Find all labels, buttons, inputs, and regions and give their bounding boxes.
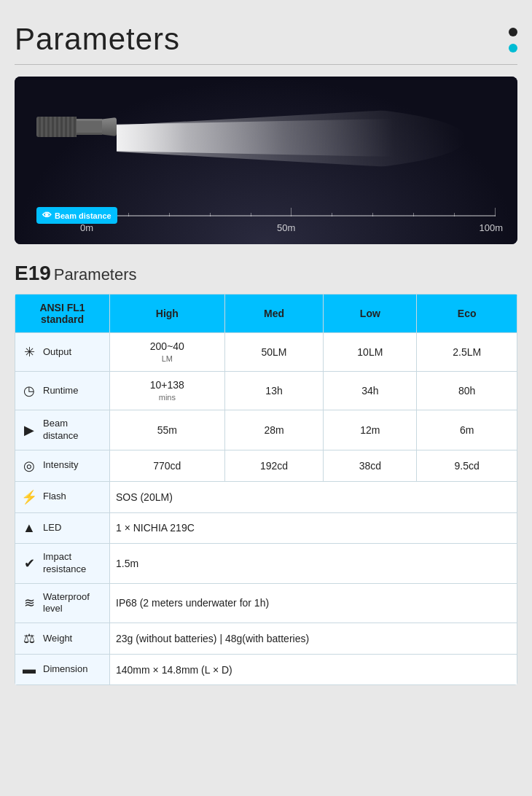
row-icon-runtime: ◷: [21, 383, 37, 399]
row-low-intensity: 38cd: [324, 450, 417, 481]
row-icon-output: ✳: [21, 344, 37, 360]
row-label-text: Flash: [43, 491, 66, 503]
scale-label-50m: 50m: [277, 222, 295, 233]
row-label-text: LED: [43, 522, 61, 534]
table-row: ▲ LED 1 × NICHIA 219C: [15, 512, 517, 543]
beam-background: 0m 50m 100m 👁 Beam distance: [15, 77, 517, 244]
row-low-output: 10LM: [324, 333, 417, 372]
scale-label-0m: 0m: [80, 222, 93, 233]
parameters-table: ANSI FL1 standard High Med Low Eco ✳ Out…: [15, 294, 517, 685]
row-icon-waterproof-level: ≋: [21, 595, 37, 611]
row-high-intensity: 770cd: [110, 450, 225, 481]
row-med-intensity: 192cd: [224, 450, 324, 481]
row-high-output: 200~40LM: [110, 333, 225, 372]
row-value-waterproof-level: IP68 (2 meters underwater for 1h): [110, 583, 517, 623]
beam-visualization: 0m 50m 100m 👁 Beam distance: [15, 77, 517, 244]
beam-light-inner: [117, 119, 394, 157]
row-label-text: Weight: [43, 633, 72, 645]
col-standard: ANSI FL1 standard: [15, 294, 110, 333]
row-value-impact-resistance: 1.5m: [110, 543, 517, 583]
row-label-text: Dimension: [43, 663, 87, 676]
row-icon-weight: ⚖: [21, 631, 37, 647]
row-icon-beam-distance: ▶: [21, 422, 37, 438]
table-row: ⚖ Weight 23g (without batteries) | 48g(w…: [15, 623, 517, 655]
row-value-led: 1 × NICHIA 219C: [110, 512, 517, 543]
row-high-beam-distance: 55m: [110, 410, 225, 450]
row-value-weight: 23g (without batteries) | 48g(with batte…: [110, 623, 517, 655]
row-label-text: Runtime: [43, 385, 78, 397]
dot-cyan: [509, 44, 517, 52]
row-eco-intensity: 9.5cd: [417, 450, 517, 481]
row-eco-output: 2.5LM: [417, 333, 517, 372]
row-eco-runtime: 80h: [417, 372, 517, 410]
beam-distance-badge: 👁 Beam distance: [36, 207, 117, 224]
params-label: Parameters: [54, 265, 137, 284]
header-dots: [509, 22, 517, 52]
table-row: ▬ Dimension 140mm × 14.8mm (L × D): [15, 655, 517, 685]
col-med: Med: [224, 294, 324, 333]
page-container: Parameters: [0, 0, 532, 707]
flashlight-barrel: [77, 119, 102, 135]
row-med-output: 50LM: [224, 333, 324, 372]
row-icon-led: ▲: [21, 520, 37, 536]
model-name: E19: [15, 262, 51, 285]
row-low-runtime: 34h: [324, 372, 417, 410]
page-title: Parameters: [15, 22, 180, 57]
row-icon-impact-resistance: ✔: [21, 555, 37, 571]
flashlight-body: [36, 117, 117, 137]
row-label-text: Beam distance: [43, 418, 103, 442]
row-icon-dimension: ▬: [21, 662, 37, 677]
scale-labels: 0m 50m 100m: [80, 222, 503, 233]
scale-ticks: [87, 208, 496, 216]
table-row: ◷ Runtime 10+138mins13h34h80h: [15, 372, 517, 410]
row-icon-flash: ⚡: [21, 489, 37, 505]
beam-badge-label: Beam distance: [55, 211, 112, 220]
row-label-text: Impact resistance: [43, 551, 103, 576]
header: Parameters: [15, 22, 517, 57]
row-icon-intensity: ◎: [21, 458, 37, 474]
flashlight-head: [102, 117, 117, 136]
row-low-beam-distance: 12m: [324, 410, 417, 450]
table-header-row: ANSI FL1 standard High Med Low Eco: [15, 294, 517, 333]
col-high: High: [110, 294, 225, 333]
col-eco: Eco: [417, 294, 517, 333]
table-row: ⚡ Flash SOS (20LM): [15, 481, 517, 512]
row-label-text: Intensity: [43, 459, 78, 472]
product-section-title: E19 Parameters: [15, 262, 517, 285]
dot-black: [509, 28, 517, 36]
table-row: ▶ Beam distance 55m28m12m6m: [15, 410, 517, 450]
row-med-runtime: 13h: [224, 372, 324, 410]
row-label-text: Waterproof level: [43, 591, 103, 616]
header-divider: [15, 64, 517, 65]
row-value-flash: SOS (20LM): [110, 481, 517, 512]
table-row: ✳ Output 200~40LM50LM10LM2.5LM: [15, 333, 517, 372]
table-row: ◎ Intensity 770cd192cd38cd9.5cd: [15, 450, 517, 481]
col-low: Low: [324, 294, 417, 333]
row-high-runtime: 10+138mins: [110, 372, 225, 410]
eye-icon: 👁: [42, 210, 52, 221]
row-med-beam-distance: 28m: [224, 410, 324, 450]
row-label-text: Output: [43, 346, 71, 359]
row-eco-beam-distance: 6m: [417, 410, 517, 450]
table-row: ≋ Waterproof level IP68 (2 meters underw…: [15, 583, 517, 623]
table-row: ✔ Impact resistance 1.5m: [15, 543, 517, 583]
row-value-dimension: 140mm × 14.8mm (L × D): [110, 655, 517, 685]
scale-label-100m: 100m: [479, 222, 503, 233]
flashlight-grip: [36, 117, 77, 137]
